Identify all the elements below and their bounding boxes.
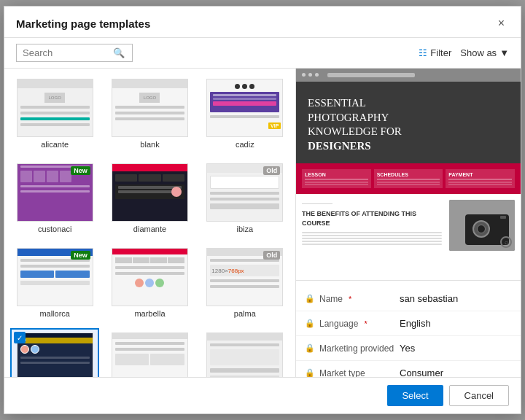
template-item-struct1[interactable]: struct-1 bbox=[201, 328, 289, 377]
dialog-body: LOGO alicante LOGO bbox=[4, 69, 521, 377]
prop-value-market-type: Consumer bbox=[400, 368, 512, 377]
template-name-ibiza: ibiza bbox=[237, 225, 254, 233]
template-name-blank: blank bbox=[140, 140, 159, 149]
chevron-down-icon: ▼ bbox=[499, 47, 509, 58]
properties-panel: 🔒 Name * san sebastian 🔒 Language * Engl… bbox=[296, 280, 521, 377]
template-item-san-sebastian[interactable]: ✓ VIP 🔍 san sebastian bbox=[10, 328, 99, 377]
show-as-label: Show as bbox=[460, 47, 497, 58]
prop-value-name: san sebastian bbox=[400, 293, 512, 304]
filter-icon: ☷ bbox=[419, 47, 427, 58]
prop-row-name: 🔒 Name * san sebastian bbox=[296, 287, 521, 311]
lock-icon-name: 🔒 bbox=[305, 294, 315, 303]
photography-preview: ESSENTIAL PHOTOGRAPHY KNOWLEDGE FOR DESI… bbox=[296, 69, 521, 280]
template-item-mallorca[interactable]: New mallorca bbox=[10, 244, 99, 322]
template-name-alicante: alicante bbox=[41, 140, 69, 149]
toolbar-right: ☷ Filter Show as ▼ bbox=[419, 47, 509, 58]
template-grid: LOGO alicante LOGO bbox=[10, 74, 289, 377]
show-as-button[interactable]: Show as ▼ bbox=[460, 47, 509, 58]
template-item-diamante[interactable]: diamante bbox=[105, 159, 194, 238]
search-input[interactable] bbox=[23, 47, 110, 58]
prop-label-marketing: 🔒 Marketing provided bbox=[305, 343, 400, 354]
badge-old-ibiza: Old bbox=[263, 166, 280, 175]
card-lesson: LESSON bbox=[302, 169, 371, 188]
template-item-sitges[interactable]: sitges bbox=[105, 328, 194, 377]
template-name-palma: palma bbox=[234, 309, 256, 318]
prop-row-marketing: 🔒 Marketing provided Yes bbox=[296, 336, 521, 361]
filter-button[interactable]: ☷ Filter bbox=[419, 47, 451, 58]
preview-image: ESSENTIAL PHOTOGRAPHY KNOWLEDGE FOR DESI… bbox=[296, 69, 521, 280]
template-item-alicante[interactable]: LOGO alicante bbox=[10, 74, 99, 153]
lock-icon-marketing: 🔒 bbox=[305, 343, 315, 353]
search-box[interactable]: 🔍 bbox=[16, 44, 133, 62]
thumb-logo-blank: LOGO bbox=[139, 93, 160, 103]
required-asterisk-language: * bbox=[364, 319, 367, 328]
prop-row-language: 🔒 Language * English bbox=[296, 311, 521, 336]
template-item-cadiz[interactable]: VIP cadiz bbox=[201, 74, 289, 153]
close-button[interactable]: × bbox=[494, 15, 509, 31]
preview-panel: ESSENTIAL PHOTOGRAPHY KNOWLEDGE FOR DESI… bbox=[296, 69, 521, 377]
template-name-diamante: diamante bbox=[133, 225, 166, 233]
lock-icon-language: 🔒 bbox=[305, 319, 315, 328]
card-payment: PAYMENT bbox=[446, 169, 515, 188]
template-item-ibiza[interactable]: Old ibiza bbox=[201, 159, 289, 238]
course-subtitle: —————— bbox=[302, 200, 442, 208]
required-asterisk-name: * bbox=[349, 295, 351, 303]
prop-value-marketing: Yes bbox=[400, 343, 512, 354]
search-icon: 🔍 bbox=[113, 47, 125, 58]
thumb-logo: LOGO bbox=[44, 93, 65, 103]
select-button[interactable]: Select bbox=[387, 385, 443, 406]
prop-value-language: English bbox=[400, 318, 512, 329]
bottom-section: —————— THE BENEFITS OF ATTENDING THIS CO… bbox=[296, 194, 521, 280]
template-name-custonaci: custonaci bbox=[38, 225, 71, 233]
camera-zoom-icon: ⌕ bbox=[500, 236, 512, 248]
bottom-text: —————— THE BENEFITS OF ATTENDING THIS CO… bbox=[302, 200, 442, 274]
camera-image: ⌕ bbox=[449, 200, 515, 251]
template-name-marbella: marbella bbox=[134, 309, 165, 318]
course-label: THE BENEFITS OF ATTENDING THIS COURSE bbox=[302, 209, 442, 229]
hero-text: ESSENTIAL PHOTOGRAPHY KNOWLEDGE FOR DESI… bbox=[308, 96, 509, 153]
dialog-footer: Select Cancel bbox=[4, 377, 521, 413]
template-panel[interactable]: LOGO alicante LOGO bbox=[4, 69, 296, 377]
dialog-title: Marketing page templates bbox=[16, 18, 150, 30]
template-item-custonaci[interactable]: New custonaci bbox=[10, 159, 99, 238]
template-name-cadiz: cadiz bbox=[236, 140, 254, 149]
template-item-blank[interactable]: LOGO blank bbox=[105, 74, 194, 153]
badge-old-palma: Old bbox=[263, 251, 280, 260]
selected-check-icon: ✓ bbox=[14, 332, 26, 343]
badge-new-custonaci: New bbox=[71, 166, 90, 175]
lock-icon-market-type: 🔒 bbox=[305, 368, 315, 377]
dialog-toolbar: 🔍 ☷ Filter Show as ▼ bbox=[4, 38, 521, 69]
prop-row-market-type: 🔒 Market type Consumer bbox=[296, 361, 521, 377]
prop-label-market-type: 🔒 Market type bbox=[305, 368, 400, 378]
prop-label-language: 🔒 Language * bbox=[305, 319, 400, 329]
cards-section: LESSON SCHEDULES PAYMENT bbox=[296, 163, 521, 194]
card-schedules: SCHEDULES bbox=[374, 169, 443, 188]
template-item-marbella[interactable]: marbella bbox=[105, 244, 194, 322]
prop-label-name: 🔒 Name * bbox=[305, 294, 400, 304]
filter-label: Filter bbox=[430, 47, 451, 58]
browser-bar bbox=[296, 69, 521, 82]
dialog-header: Marketing page templates × bbox=[4, 7, 521, 38]
badge-new-mallorca: New bbox=[71, 251, 90, 260]
cancel-button[interactable]: Cancel bbox=[449, 385, 509, 406]
template-name-mallorca: mallorca bbox=[39, 309, 70, 318]
hero-section: ESSENTIAL PHOTOGRAPHY KNOWLEDGE FOR DESI… bbox=[296, 82, 521, 163]
marketing-templates-dialog: Marketing page templates × 🔍 ☷ Filter Sh… bbox=[4, 6, 521, 414]
template-item-palma[interactable]: Old 1280×768px palma bbox=[201, 244, 289, 322]
